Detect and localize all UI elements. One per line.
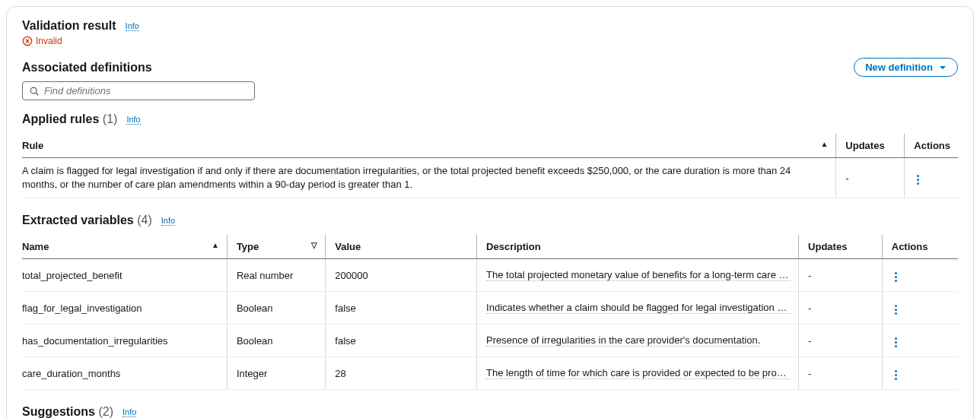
name-cell: flag_for_legal_investigation <box>22 292 227 325</box>
applied-rules-header: Applied rules (1) Info <box>22 112 958 126</box>
name-cell: care_duration_months <box>22 357 227 390</box>
updates-cell: - <box>799 357 883 390</box>
col-description[interactable]: Description <box>477 235 799 259</box>
table-row: has_documentation_irregularitiesBooleanf… <box>22 325 958 357</box>
suggestions-header: Suggestions (2) Info <box>22 405 958 418</box>
name-cell: has_documentation_irregularities <box>22 325 227 357</box>
extracted-header: Extracted variables (4) Info <box>22 214 958 227</box>
associated-title: Associated definitions <box>22 61 152 74</box>
table-row: A claim is flagged for legal investigati… <box>22 158 958 198</box>
applied-rules-info-link[interactable]: Info <box>126 115 140 125</box>
row-actions-menu[interactable] <box>914 172 922 188</box>
row-actions-menu[interactable] <box>892 334 900 350</box>
value-cell: false <box>326 325 477 357</box>
new-definition-label: New definition <box>865 62 933 73</box>
type-cell: Real number <box>227 259 325 292</box>
col-value[interactable]: Value <box>326 235 477 259</box>
sort-asc-icon: ▲ <box>212 241 219 249</box>
row-actions-menu[interactable] <box>892 302 900 318</box>
rule-text: A claim is flagged for legal investigati… <box>22 158 836 198</box>
suggestions-info-link[interactable]: Info <box>123 407 136 417</box>
applied-rules-title: Applied rules (1) <box>22 112 117 126</box>
actions-cell <box>882 325 958 357</box>
new-definition-button[interactable]: New definition <box>854 58 958 77</box>
actions-cell <box>882 259 958 292</box>
description-cell: Presence of irregularities in the care p… <box>477 325 799 357</box>
col-actions: Actions <box>905 134 958 158</box>
col-name[interactable]: Name▲ <box>22 235 227 259</box>
description-cell: The total projected monetary value of be… <box>477 259 799 292</box>
associated-header-row: Associated definitions New definition <box>22 58 958 77</box>
updates-cell: - <box>799 325 883 357</box>
search-icon <box>29 86 40 97</box>
validation-status: Invalid <box>22 36 62 47</box>
updates-cell: - <box>836 158 905 198</box>
extracted-title: Extracted variables (4) <box>22 214 152 227</box>
col-actions: Actions <box>882 235 958 259</box>
actions-cell <box>905 158 958 198</box>
validation-panel: Validation result Info Invalid Associate… <box>6 6 974 418</box>
col-updates[interactable]: Updates <box>799 235 883 259</box>
value-cell: 28 <box>326 357 477 390</box>
sort-desc-icon: ▽ <box>311 241 317 249</box>
definitions-search-input[interactable] <box>44 85 248 97</box>
type-cell: Integer <box>227 357 325 390</box>
row-actions-menu[interactable] <box>892 367 900 383</box>
description-cell: Indicates whether a claim should be flag… <box>477 292 799 325</box>
col-type[interactable]: Type▽ <box>227 235 325 259</box>
suggestions-title: Suggestions (2) <box>22 405 113 418</box>
extracted-info-link[interactable]: Info <box>161 216 175 226</box>
updates-cell: - <box>799 259 883 292</box>
caret-down-icon <box>939 64 947 71</box>
validation-title: Validation result <box>22 19 116 33</box>
actions-cell <box>882 292 958 325</box>
type-cell: Boolean <box>227 292 325 325</box>
updates-cell: - <box>799 292 883 325</box>
validation-status-text: Invalid <box>36 36 62 46</box>
table-row: total_projected_benefitReal number200000… <box>22 259 958 292</box>
applied-rules-table: Rule ▲ Updates Actions A claim is flagge… <box>22 134 958 198</box>
value-cell: false <box>326 292 477 325</box>
name-cell: total_projected_benefit <box>22 259 227 292</box>
table-row: flag_for_legal_investigationBooleanfalse… <box>22 292 958 325</box>
validation-header: Validation result Info <box>22 19 958 33</box>
svg-point-1 <box>30 87 37 93</box>
table-row: care_duration_monthsInteger28The length … <box>22 357 958 390</box>
validation-info-link[interactable]: Info <box>126 21 139 31</box>
row-actions-menu[interactable] <box>892 269 900 285</box>
definitions-search[interactable] <box>22 81 255 100</box>
error-circle-icon <box>22 36 33 46</box>
col-rule[interactable]: Rule ▲ <box>22 134 836 158</box>
actions-cell <box>882 357 958 390</box>
type-cell: Boolean <box>227 325 325 357</box>
description-cell: The length of time for which care is pro… <box>477 357 799 390</box>
col-updates[interactable]: Updates <box>836 134 905 158</box>
sort-asc-icon: ▲ <box>820 140 828 148</box>
value-cell: 200000 <box>326 259 477 292</box>
extracted-table: Name▲ Type▽ Value Description Updates Ac… <box>22 235 958 390</box>
